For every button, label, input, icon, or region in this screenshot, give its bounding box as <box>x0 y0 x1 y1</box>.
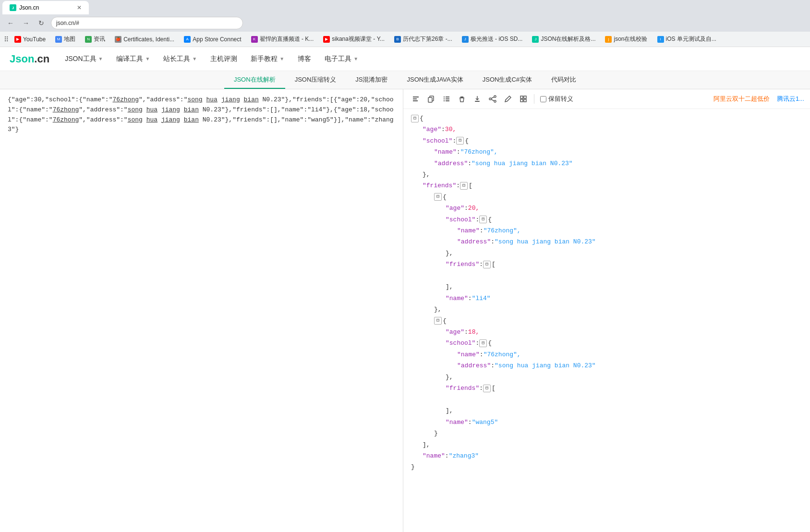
tree-friend1-friends-collapse[interactable]: ⊟ <box>483 261 491 268</box>
subnav-js-obfuscate-label: JS混淆加密 <box>355 76 387 83</box>
jiguang-favicon: J <box>462 36 469 43</box>
svg-rect-1 <box>413 98 417 99</box>
nav-hosting-review[interactable]: 主机评测 <box>205 52 243 66</box>
nav-json-tools-arrow: ▼ <box>98 56 103 61</box>
nav-electronic-tools[interactable]: 电子工具 ▼ <box>319 52 364 66</box>
tree-school-address-line: "address" : "song hua jiang bian N0.23" <box>434 158 802 169</box>
toolbar-copy-btn[interactable] <box>424 92 438 106</box>
svg-rect-5 <box>444 97 445 97</box>
toolbar-expand-btn[interactable] <box>517 92 530 106</box>
nav-webmaster-tools[interactable]: 站长工具 ▼ <box>157 52 203 66</box>
svg-rect-13 <box>475 101 480 102</box>
tree-school-colon: : <box>452 135 456 146</box>
svg-point-14 <box>494 96 496 97</box>
bookmark-zhai[interactable]: K 翟悍的直播频道 - K... <box>247 34 318 45</box>
tree-friend1-school-name-value: "76zhong", <box>484 225 521 236</box>
bookmark-sikana[interactable]: ▶ sikana视频课堂 - Y... <box>319 34 388 45</box>
toolbar-list-btn[interactable] <box>440 92 453 106</box>
bookmark-youtube[interactable]: ▶ YouTube <box>11 35 49 44</box>
lishi-favicon: B <box>394 36 401 43</box>
nav-tutorials-arrow: ▼ <box>279 56 284 61</box>
bookmark-jsoncheck[interactable]: j json在线校验 <box>601 34 651 45</box>
svg-rect-19 <box>520 96 523 98</box>
active-tab[interactable]: J Json.cn ✕ <box>2 1 89 14</box>
tree-school-collapse[interactable]: ⊟ <box>456 137 464 145</box>
editor-text[interactable]: {"age":30,"school":{"name":"76zhong","ad… <box>8 95 395 135</box>
toolbar-edit-btn[interactable] <box>501 92 515 106</box>
tree-friend1-school-collapse[interactable]: ⊟ <box>479 216 487 223</box>
tree-friend2-school-close-line: }, <box>446 372 802 383</box>
nav-webmaster-tools-label: 站长工具 <box>163 55 190 63</box>
forward-button[interactable]: → <box>20 17 32 29</box>
subnav-json-compress-label: JSON压缩转义 <box>295 76 337 83</box>
tree-friend2-friends-empty <box>457 394 802 405</box>
tree-friend1-age-line: "age" : 20, <box>446 203 802 214</box>
tree-friend2-school-address-value: "song hua jiang bian N0.23" <box>495 360 596 371</box>
subnav-json-csharp[interactable]: JSON生成C#实体 <box>473 72 542 89</box>
subnav-code-diff[interactable]: 代码对比 <box>542 72 586 89</box>
tree-friend1-school-line: "school" : ⊟ { <box>446 214 802 225</box>
svg-rect-0 <box>413 97 419 97</box>
tree-friend1-brace-open: { <box>443 192 447 203</box>
nav-compile-tools-arrow: ▼ <box>145 56 150 61</box>
ad-aliyun[interactable]: 阿里云双十二超低价 <box>713 95 770 102</box>
bookmark-maps[interactable]: M 地图 <box>51 34 79 45</box>
svg-point-16 <box>494 100 496 102</box>
toolbar-format-btn[interactable] <box>409 92 423 106</box>
ad-tencent[interactable]: 腾讯云1... <box>777 95 804 102</box>
bookmark-lishi[interactable]: B 历代志下第26章 -... <box>390 34 456 45</box>
reload-button[interactable]: ↻ <box>36 17 47 29</box>
tree-school-key: "school" <box>423 135 452 146</box>
tree-root-line: ⊟ { <box>411 113 802 124</box>
apps-icon[interactable]: ⠿ <box>4 36 9 43</box>
editor-panel[interactable]: {"age":30,"school":{"name":"76zhong","ad… <box>0 89 403 532</box>
tree-friend2-school-name-key: "name" <box>457 349 480 360</box>
toolbar-share-btn[interactable] <box>486 92 499 106</box>
tree-friend1-age-key: "age" <box>446 203 464 214</box>
nav-electronic-tools-label: 电子工具 <box>325 55 351 63</box>
bookmark-news[interactable]: N 资讯 <box>81 34 109 45</box>
browser-tabs: J Json.cn ✕ <box>0 0 810 14</box>
tree-friend2-friends-collapse[interactable]: ⊟ <box>483 385 491 392</box>
tree-friend1-collapse[interactable]: ⊟ <box>434 193 442 201</box>
bookmark-ios[interactable]: i iOS 单元测试及自... <box>653 34 720 45</box>
subnav-json-parse[interactable]: JSON在线解析 <box>224 72 285 89</box>
bookmark-jiguang[interactable]: J 极光推送 - iOS SD... <box>458 34 527 45</box>
tree-age-value: 30, <box>445 124 456 135</box>
tree-friend2-collapse[interactable]: ⊟ <box>434 317 442 325</box>
nav-blog[interactable]: 博客 <box>292 52 317 66</box>
tree-friend2-close-line: } <box>434 428 802 439</box>
browser-bar: ← → ↻ json.cn/# <box>0 14 810 32</box>
tree-friend2-name-value: "wang5" <box>472 417 498 428</box>
nav-compile-tools[interactable]: 编译工具 ▼ <box>110 52 156 66</box>
tab-close-btn[interactable]: ✕ <box>77 4 82 11</box>
tree-friend2-school-collapse[interactable]: ⊟ <box>479 339 487 347</box>
preserve-checkbox-input[interactable] <box>540 96 546 102</box>
bookmark-appstore[interactable]: A App Store Connect <box>180 35 245 44</box>
back-button[interactable]: ← <box>5 17 16 29</box>
preserve-checkbox[interactable]: 保留转义 <box>540 95 573 103</box>
subnav-js-obfuscate[interactable]: JS混淆加密 <box>346 72 397 89</box>
toolbar-delete-btn[interactable] <box>455 92 469 106</box>
tab-favicon: J <box>10 4 16 11</box>
site-logo[interactable]: Json.cn <box>10 53 49 65</box>
tree-root-brace-close: } <box>411 461 415 472</box>
toolbar-download-btn[interactable] <box>471 92 484 106</box>
tree-friends-collapse[interactable]: ⊟ <box>460 182 468 190</box>
nav-json-tools[interactable]: JSON工具 ▼ <box>59 52 109 66</box>
url-bar[interactable]: json.cn/# <box>51 17 243 29</box>
subnav-json-compress[interactable]: JSON压缩转义 <box>285 72 346 89</box>
tree-root-collapse[interactable]: ⊟ <box>411 115 419 122</box>
tree-school-address-key: "address" <box>434 158 468 169</box>
tree-friend2-name-key: "name" <box>446 417 468 428</box>
nav-tutorials[interactable]: 新手教程 ▼ <box>245 52 290 66</box>
tree-friend1-school-close: }, <box>446 248 453 259</box>
tree-age-line: "age" : 30, <box>423 124 802 135</box>
bookmark-certificates[interactable]: 🍎 Certificates, Identi... <box>111 35 178 44</box>
bookmark-jsonparse[interactable]: J JSON在线解析及格... <box>528 34 599 45</box>
subnav-json-java[interactable]: JSON生成JAVA实体 <box>397 72 472 89</box>
tree-root-brace: { <box>420 113 423 124</box>
tree-friend2-school-brace-open: { <box>488 338 492 349</box>
tree-friend2-school-colon: : <box>475 338 479 349</box>
tree-friend1-close-line: }, <box>434 304 802 315</box>
